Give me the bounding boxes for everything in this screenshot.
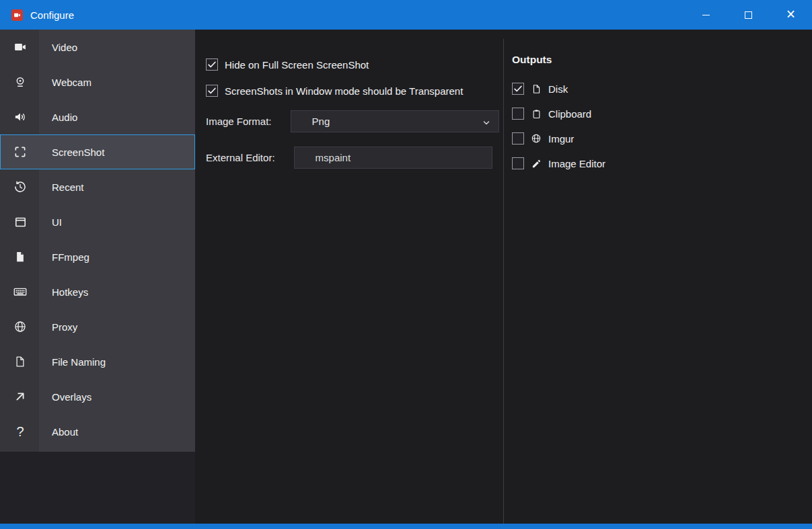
screenshot-settings-panel: Hide on Full Screen ScreenShot ScreenSho… bbox=[195, 30, 504, 524]
sidebar-item-recent[interactable]: Recent bbox=[0, 169, 195, 204]
sidebar-item-label: File Naming bbox=[52, 356, 106, 368]
image-format-value: Png bbox=[312, 116, 330, 127]
maximize-button[interactable] bbox=[727, 0, 770, 30]
outputs-panel: Outputs Disk Clipboard Imgur bbox=[504, 30, 812, 524]
arrow-up-right-icon bbox=[1, 390, 40, 403]
camcorder-icon bbox=[13, 11, 21, 19]
hide-fullscreen-checkbox-row[interactable]: Hide on Full Screen ScreenShot bbox=[206, 58, 504, 71]
transparent-window-checkbox[interactable] bbox=[206, 85, 218, 97]
titlebar: Configure × bbox=[0, 0, 812, 30]
image-format-dropdown[interactable]: Png bbox=[291, 110, 499, 132]
image-editor-checkbox[interactable] bbox=[512, 157, 524, 169]
sidebar-item-label: Overlays bbox=[52, 391, 91, 403]
check-icon bbox=[207, 86, 217, 95]
sidebar: Video Webcam Audio ScreenShot Recent bbox=[0, 30, 195, 452]
sidebar-item-file-naming[interactable]: File Naming bbox=[0, 344, 195, 379]
audio-icon bbox=[1, 110, 40, 124]
sidebar-item-audio[interactable]: Audio bbox=[0, 99, 195, 134]
output-row-disk[interactable]: Disk bbox=[512, 82, 812, 95]
image-format-row: Image Format: Png bbox=[206, 110, 504, 132]
sidebar-item-label: Audio bbox=[52, 112, 77, 123]
window-controls: × bbox=[685, 0, 812, 30]
transparent-window-label: ScreenShots in Window mode should be Tra… bbox=[225, 85, 463, 97]
sidebar-item-ui[interactable]: UI bbox=[0, 204, 195, 239]
check-icon bbox=[513, 84, 523, 93]
output-row-image-editor[interactable]: Image Editor bbox=[512, 157, 812, 170]
image-format-label: Image Format: bbox=[206, 116, 272, 127]
transparent-window-checkbox-row[interactable]: ScreenShots in Window mode should be Tra… bbox=[206, 84, 504, 97]
webcam-icon bbox=[1, 75, 40, 89]
history-icon bbox=[1, 180, 40, 194]
configure-window: Configure × Video Webcam bbox=[0, 0, 812, 529]
document-icon bbox=[1, 356, 40, 368]
sidebar-item-label: Recent bbox=[52, 181, 84, 193]
external-editor-input[interactable] bbox=[294, 147, 492, 169]
sidebar-item-webcam[interactable]: Webcam bbox=[0, 65, 195, 99]
sidebar-item-label: UI bbox=[52, 216, 62, 228]
external-editor-row: External Editor: bbox=[206, 147, 504, 169]
pencil-icon bbox=[530, 159, 542, 169]
output-label: Image Editor bbox=[548, 158, 605, 169]
output-row-imgur[interactable]: Imgur bbox=[512, 132, 812, 145]
output-label: Clipboard bbox=[548, 108, 591, 120]
globe-icon bbox=[1, 320, 40, 333]
window-bottom-border bbox=[0, 524, 812, 529]
document-icon bbox=[1, 251, 40, 263]
question-icon: ? bbox=[1, 424, 40, 440]
minimize-icon bbox=[702, 15, 710, 15]
clipboard-icon bbox=[530, 109, 542, 119]
output-row-clipboard[interactable]: Clipboard bbox=[512, 107, 812, 120]
output-label: Disk bbox=[548, 83, 568, 95]
window-title: Configure bbox=[30, 9, 74, 21]
video-icon bbox=[1, 40, 40, 54]
sidebar-item-proxy[interactable]: Proxy bbox=[0, 309, 195, 344]
sidebar-item-label: Webcam bbox=[52, 77, 91, 88]
sidebar-item-label: ScreenShot bbox=[52, 147, 104, 158]
chevron-down-icon bbox=[482, 118, 490, 129]
disk-checkbox[interactable] bbox=[512, 83, 524, 95]
maximize-icon bbox=[745, 11, 752, 19]
sidebar-item-label: FFmpeg bbox=[52, 251, 89, 263]
close-button[interactable]: × bbox=[770, 0, 812, 30]
captura-app-icon bbox=[11, 9, 23, 21]
sidebar-item-screenshot[interactable]: ScreenShot bbox=[0, 134, 195, 169]
sidebar-item-label: Proxy bbox=[52, 321, 77, 333]
sidebar-item-ffmpeg[interactable]: FFmpeg bbox=[0, 239, 195, 274]
external-editor-label: External Editor: bbox=[206, 152, 275, 163]
document-icon bbox=[530, 84, 542, 94]
sidebar-item-video[interactable]: Video bbox=[0, 30, 195, 65]
hide-fullscreen-checkbox[interactable] bbox=[206, 58, 218, 71]
sidebar-item-overlays[interactable]: Overlays bbox=[0, 379, 195, 414]
check-icon bbox=[207, 60, 217, 69]
output-label: Imgur bbox=[548, 133, 574, 145]
sidebar-item-label: Video bbox=[52, 42, 77, 53]
window-icon bbox=[1, 216, 40, 229]
screenshot-icon bbox=[1, 145, 40, 159]
sidebar-item-label: Hotkeys bbox=[52, 286, 88, 298]
sidebar-item-about[interactable]: ? About bbox=[0, 414, 195, 449]
close-icon: × bbox=[786, 7, 795, 22]
imgur-checkbox[interactable] bbox=[512, 132, 524, 145]
minimize-button[interactable] bbox=[685, 0, 727, 30]
clipboard-checkbox[interactable] bbox=[512, 108, 524, 120]
globe-icon bbox=[530, 133, 542, 144]
sidebar-item-label: About bbox=[52, 426, 78, 438]
sidebar-item-hotkeys[interactable]: Hotkeys bbox=[0, 274, 195, 309]
keyboard-icon bbox=[1, 284, 40, 299]
hide-fullscreen-label: Hide on Full Screen ScreenShot bbox=[225, 59, 369, 71]
outputs-title: Outputs bbox=[512, 54, 812, 67]
sidebar-footer bbox=[0, 452, 195, 524]
